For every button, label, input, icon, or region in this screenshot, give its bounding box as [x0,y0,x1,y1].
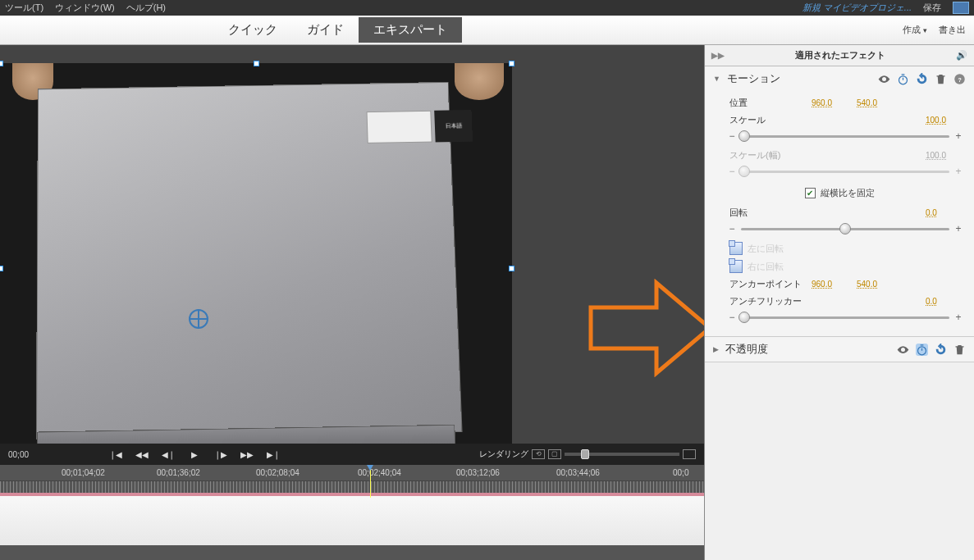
position-x[interactable]: 960.0 [812,98,848,107]
reset-icon[interactable] [935,344,947,356]
rotation-slider-row: − + [705,221,974,239]
scale-slider[interactable] [741,135,949,138]
panel-collapse-button[interactable]: ▶▶ [711,51,725,60]
menu-help[interactable]: ヘルプ(H) [126,2,166,14]
help-icon[interactable]: ? [953,73,966,85]
anchor-x[interactable]: 960.0 [812,280,848,289]
anchor-point-icon[interactable] [189,309,208,329]
menu-tools[interactable]: ツール(T) [5,2,43,14]
rotate-right-button[interactable]: 右に回転 [705,257,974,275]
lock-aspect-label: 縦横比を固定 [821,187,875,199]
eye-icon[interactable] [878,73,890,85]
save-button[interactable]: 保存 [923,2,941,14]
prop-position: 位置 960.0 540.0 [705,94,974,112]
tab-quick[interactable]: クイック [213,17,292,43]
trash-icon[interactable] [935,73,947,85]
goto-end-button[interactable]: ▶❘ [264,448,282,461]
project-name[interactable]: 新規 マイビデオプロジェ... [803,2,912,14]
safe-margin-toggle[interactable]: ▢ [548,449,561,459]
menubar: ツール(T) ウィンドウ(W) ヘルプ(H) 新規 マイビデオプロジェ... 保… [0,0,974,16]
scale-w-slider-row: − + [705,164,974,182]
anchor-y[interactable]: 540.0 [857,280,894,289]
stopwatch-icon[interactable] [916,344,928,356]
tabbar: クイック ガイド エキスパート 作成 書き出 [0,16,974,45]
tab-expert[interactable]: エキスパート [359,17,462,43]
rotation-value[interactable]: 0.0 [926,208,963,217]
eye-icon[interactable] [897,344,909,356]
preview-monitor[interactable]: 日本語 [0,45,704,444]
ruler-tick: 00;0 [673,468,688,477]
antiflicker-inc[interactable]: + [954,312,963,323]
scale-value[interactable]: 100.0 [926,116,963,125]
video-track[interactable] [0,496,704,545]
render-label[interactable]: レンダリング [479,448,528,460]
antiflicker-value[interactable]: 0.0 [926,297,963,306]
next-frame-button[interactable]: ▶▶ [238,448,256,461]
stopwatch-icon[interactable] [897,73,909,85]
effects-panel: ▶▶ 適用されたエフェクト 🔊 ▼ モーション ? 位置 960.0 540.0… [704,45,974,560]
rotation-slider[interactable] [741,228,949,230]
fullscreen-icon[interactable] [683,449,696,459]
zoom-slider[interactable] [565,453,679,456]
brand-label: 日本語 [434,110,473,142]
svg-text:?: ? [958,76,961,82]
prop-antiflicker: アンチフリッカー 0.0 [705,293,974,310]
workspace: 日本語 00;00 ❘◀ ◀◀ [0,45,704,560]
scale-dec[interactable]: − [728,130,736,142]
position-y[interactable]: 540.0 [857,98,894,107]
spec-label [367,111,432,143]
scale-w-slider [741,171,949,173]
lock-aspect-row: ✔ 縦横比を固定 [705,182,974,204]
antiflicker-dec[interactable]: − [728,312,736,323]
prev-frame-button[interactable]: ◀◀ [133,448,151,461]
audio-icon[interactable]: 🔊 [956,50,967,61]
hand-right [455,63,504,100]
ruler-tick: 00;03;12;06 [456,468,500,477]
create-dropdown[interactable]: 作成 [903,24,927,36]
lock-aspect-checkbox[interactable]: ✔ [805,188,816,198]
disclosure-icon[interactable]: ▶ [713,345,719,353]
fullscreen-preview-icon[interactable] [953,2,969,14]
section-opacity-header[interactable]: ▶ 不透明度 [705,337,974,362]
section-opacity-name: 不透明度 [725,342,890,357]
section-opacity: ▶ 不透明度 [705,337,974,362]
rotate-left-button[interactable]: 左に回転 [705,239,974,257]
time-ruler[interactable]: 00;01;04;02 00;01;36;02 00;02;08;04 00;0… [0,465,704,481]
prop-scale-w: スケール(幅) 100.0 [705,147,974,164]
reset-icon[interactable] [916,73,928,85]
tick-marks [0,481,704,493]
rotate-right-icon [729,260,743,273]
ruler-tick: 00;03;44;06 [556,468,600,477]
ruler-tick: 00;02;08;04 [256,468,300,477]
scale-inc[interactable]: + [954,130,963,142]
loop-toggle[interactable]: ⟲ [532,449,545,459]
scale-slider-row: − + [705,129,974,147]
scale-w-dec: − [728,166,736,177]
rotation-inc[interactable]: + [954,223,963,234]
rotation-dec[interactable]: − [728,223,736,234]
scale-w-inc: + [954,166,963,177]
step-fwd-button[interactable]: ❘▶ [212,448,230,461]
panel-title: 適用されたエフェクト [725,49,956,61]
section-motion-name: モーション [727,71,871,86]
trash-icon[interactable] [953,344,966,356]
section-motion: ▼ モーション ? 位置 960.0 540.0 スケール 100.0 − + [705,66,974,337]
antiflicker-slider[interactable] [741,316,949,319]
menu-window[interactable]: ウィンドウ(W) [55,2,115,14]
step-back-button[interactable]: ◀❘ [159,448,177,461]
prop-anchor: アンカーポイント 960.0 540.0 [705,275,974,293]
disclosure-icon[interactable]: ▼ [713,75,720,83]
clip-frame[interactable]: 日本語 [0,63,512,444]
section-motion-header[interactable]: ▼ モーション ? [705,66,974,91]
ruler-tick: 00;01;36;02 [157,468,200,477]
play-button[interactable]: ▶ [185,448,203,461]
timeline[interactable]: 00;01;04;02 00;01;36;02 00;02;08;04 00;0… [0,465,704,560]
prop-rotation: 回転 0.0 [705,204,974,221]
playhead[interactable] [370,465,371,498]
tab-guide[interactable]: ガイド [292,17,359,43]
goto-start-button[interactable]: ❘◀ [107,448,125,461]
ruler-tick: 00;02;40;04 [358,468,401,477]
export-button[interactable]: 書き出 [939,24,966,36]
antiflicker-slider-row: − + [705,310,974,328]
timecode[interactable]: 00;00 [8,450,57,459]
